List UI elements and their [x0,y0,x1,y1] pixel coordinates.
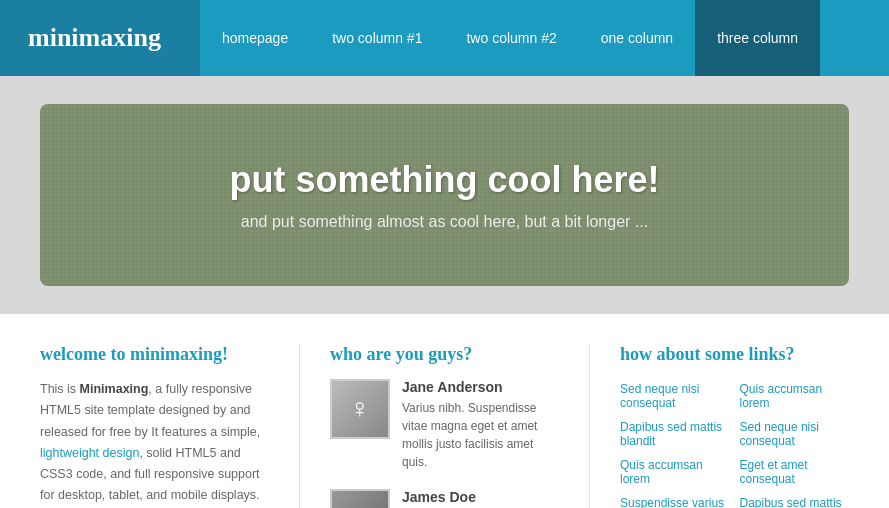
links-grid: Sed neque nisi consequat Quis accumsan l… [620,379,849,508]
link-item-7[interactable]: Dapibus sed mattis blandit [740,493,850,508]
avatar-jane [330,379,390,439]
link-item-2[interactable]: Dapibus sed mattis blandit [620,417,730,451]
link-item-5[interactable]: Eget et amet consequat [740,455,850,489]
links-heading: how about some links? [620,344,849,365]
nav-two-column-2[interactable]: two column #2 [444,0,578,76]
link-item-1[interactable]: Quis accumsan lorem [740,379,850,413]
person-james: James Doe [330,489,559,508]
site-header: minimaxing homepage two column #1 two co… [0,0,889,76]
link-item-0[interactable]: Sed neque nisi consequat [620,379,730,413]
person-james-name: James Doe [402,489,476,505]
link-item-6[interactable]: Suspendisse varius ipsum [620,493,730,508]
logo[interactable]: minimaxing [0,0,200,76]
nav-three-column[interactable]: three column [695,0,820,76]
links-column: how about some links? Sed neque nisi con… [620,344,849,508]
nav-two-column-1[interactable]: two column #1 [310,0,444,76]
hero-subheading: and put something almost as cool here, b… [80,213,809,231]
welcome-body: This is Minimaxing, a fully responsive H… [40,379,269,507]
nav-one-column[interactable]: one column [579,0,695,76]
person-james-info: James Doe [402,489,476,508]
hero-wrapper: put something cool here! and put somethi… [0,76,889,314]
person-jane: Jane Anderson Varius nibh. Suspendisse v… [330,379,559,471]
divider-1 [299,344,300,508]
who-heading: who are you guys? [330,344,559,365]
person-jane-bio: Varius nibh. Suspendisse vitae magna ege… [402,399,559,471]
nav-homepage[interactable]: homepage [200,0,310,76]
logo-text: minimaxing [28,23,161,53]
person-jane-info: Jane Anderson Varius nibh. Suspendisse v… [402,379,559,471]
welcome-column: welcome to minimaxing! This is Minimaxin… [40,344,269,508]
avatar-james [330,489,390,508]
welcome-heading: welcome to minimaxing! [40,344,269,365]
hero-heading: put something cool here! [80,159,809,201]
divider-2 [589,344,590,508]
link-item-3[interactable]: Sed neque nisi consequat [740,417,850,451]
who-column: who are you guys? Jane Anderson Varius n… [330,344,559,508]
lightweight-link[interactable]: lightweight design [40,446,139,460]
person-jane-name: Jane Anderson [402,379,559,395]
brand-name: Minimaxing [80,382,149,396]
main-nav: homepage two column #1 two column #2 one… [200,0,889,76]
main-content: welcome to minimaxing! This is Minimaxin… [0,314,889,508]
hero-banner: put something cool here! and put somethi… [40,104,849,286]
link-item-4[interactable]: Quis accumsan lorem [620,455,730,489]
